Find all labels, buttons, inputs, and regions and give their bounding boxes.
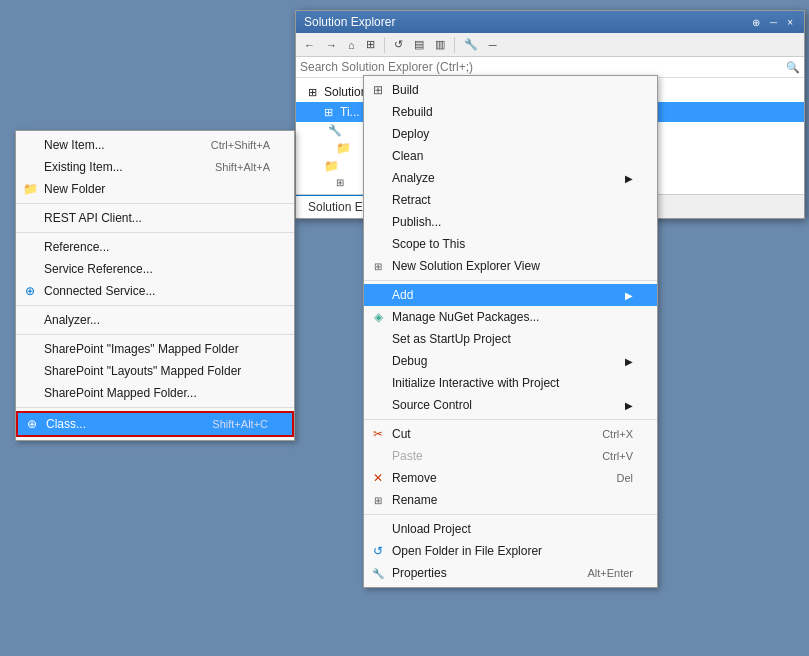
expand-button[interactable]: ⊞ <box>362 36 379 53</box>
menu-rest-api[interactable]: REST API Client... <box>16 207 294 229</box>
add-submenu: New Item... Ctrl+Shift+A Existing Item..… <box>15 130 295 441</box>
open-folder-icon: ↺ <box>370 543 386 559</box>
sharepoint-mapped-label: SharePoint Mapped Folder... <box>44 386 197 400</box>
unload-label: Unload Project <box>392 522 471 536</box>
nuget-icon: ◈ <box>370 309 386 325</box>
solution-icon: ⊞ <box>304 84 320 100</box>
menu-publish[interactable]: Publish... <box>364 211 657 233</box>
view2-button[interactable]: ▥ <box>431 36 449 53</box>
separator-after-rename <box>364 514 657 515</box>
separator2 <box>454 37 455 53</box>
folder-icon-1: 📁 <box>336 141 351 155</box>
project-icon: ⊞ <box>320 104 336 120</box>
class-shortcut: Shift+Alt+C <box>212 418 268 430</box>
view1-button[interactable]: ▤ <box>410 36 428 53</box>
home-button[interactable]: ⌂ <box>344 37 359 53</box>
menu-open-folder[interactable]: ↺ Open Folder in File Explorer <box>364 540 657 562</box>
rename-icon: ⊞ <box>370 492 386 508</box>
build-label: Build <box>392 83 419 97</box>
paste-shortcut: Ctrl+V <box>602 450 633 462</box>
separator-after-source <box>364 419 657 420</box>
pin-button[interactable]: ⊕ <box>749 16 763 29</box>
sep5 <box>16 407 294 408</box>
new-item-shortcut: Ctrl+Shift+A <box>211 139 270 151</box>
remove-label: Remove <box>392 471 437 485</box>
menu-connected-service[interactable]: ⊕ Connected Service... <box>16 280 294 302</box>
analyze-label: Analyze <box>392 171 435 185</box>
menu-source-control[interactable]: Source Control ▶ <box>364 394 657 416</box>
menu-retract[interactable]: Retract <box>364 189 657 211</box>
remove-shortcut: Del <box>616 472 633 484</box>
menu-cut[interactable]: ✂ Cut Ctrl+X <box>364 423 657 445</box>
connected-icon: ⊕ <box>22 283 38 299</box>
menu-analyzer[interactable]: Analyzer... <box>16 309 294 331</box>
sharepoint-images-label: SharePoint "Images" Mapped Folder <box>44 342 239 356</box>
solution-explorer-toolbar: ← → ⌂ ⊞ ↺ ▤ ▥ 🔧 ─ <box>296 33 804 57</box>
open-folder-label: Open Folder in File Explorer <box>392 544 542 558</box>
rest-api-label: REST API Client... <box>44 211 142 225</box>
search-input[interactable] <box>300 60 786 74</box>
folder-icon-2: 📁 <box>324 159 339 173</box>
class-label: Class... <box>46 417 86 431</box>
menu-debug[interactable]: Debug ▶ <box>364 350 657 372</box>
folder-icon: 📁 <box>22 181 38 197</box>
menu-unload[interactable]: Unload Project <box>364 518 657 540</box>
menu-service-reference[interactable]: Service Reference... <box>16 258 294 280</box>
menu-analyze[interactable]: Analyze ▶ <box>364 167 657 189</box>
panel-title: Solution Explorer <box>304 15 395 29</box>
class-icon: ⊕ <box>24 416 40 432</box>
menu-paste[interactable]: Paste Ctrl+V <box>364 445 657 467</box>
wrench-icon: 🔧 <box>328 124 342 137</box>
back-button[interactable]: ← <box>300 37 319 53</box>
menu-initialize[interactable]: Initialize Interactive with Project <box>364 372 657 394</box>
menu-rebuild[interactable]: Rebuild <box>364 101 657 123</box>
sep1 <box>16 203 294 204</box>
new-solution-view-label: New Solution Explorer View <box>392 259 540 273</box>
menu-new-solution-view[interactable]: ⊞ New Solution Explorer View <box>364 255 657 277</box>
retract-label: Retract <box>392 193 431 207</box>
add-arrow: ▶ <box>625 290 633 301</box>
menu-nuget[interactable]: ◈ Manage NuGet Packages... <box>364 306 657 328</box>
menu-class[interactable]: ⊕ Class... Shift+Alt+C <box>16 411 294 437</box>
menu-sharepoint-layouts[interactable]: SharePoint "Layouts" Mapped Folder <box>16 360 294 382</box>
existing-item-shortcut: Shift+Alt+A <box>215 161 270 173</box>
service-reference-label: Service Reference... <box>44 262 153 276</box>
cut-label: Cut <box>392 427 411 441</box>
menu-sharepoint-mapped[interactable]: SharePoint Mapped Folder... <box>16 382 294 404</box>
minimize-button[interactable]: ─ <box>485 37 501 53</box>
rename-label: Rename <box>392 493 437 507</box>
properties-icon: 🔧 <box>370 565 386 581</box>
menu-new-item[interactable]: New Item... Ctrl+Shift+A <box>16 134 294 156</box>
menu-startup[interactable]: Set as StartUp Project <box>364 328 657 350</box>
new-view-icon: ⊞ <box>370 258 386 274</box>
menu-deploy[interactable]: Deploy <box>364 123 657 145</box>
menu-add[interactable]: Add ▶ <box>364 284 657 306</box>
menu-rename[interactable]: ⊞ Rename <box>364 489 657 511</box>
forward-button[interactable]: → <box>322 37 341 53</box>
close-button[interactable]: × <box>784 16 796 29</box>
settings-button[interactable]: 🔧 <box>460 36 482 53</box>
new-item-label: New Item... <box>44 138 105 152</box>
refresh-button[interactable]: ↺ <box>390 36 407 53</box>
auto-hide-button[interactable]: ─ <box>767 16 780 29</box>
existing-item-label: Existing Item... <box>44 160 123 174</box>
publish-label: Publish... <box>392 215 441 229</box>
menu-reference[interactable]: Reference... <box>16 236 294 258</box>
menu-properties[interactable]: 🔧 Properties Alt+Enter <box>364 562 657 584</box>
search-icon[interactable]: 🔍 <box>786 61 800 74</box>
menu-clean[interactable]: Clean <box>364 145 657 167</box>
sharepoint-layouts-label: SharePoint "Layouts" Mapped Folder <box>44 364 241 378</box>
rebuild-label: Rebuild <box>392 105 433 119</box>
menu-existing-item[interactable]: Existing Item... Shift+Alt+A <box>16 156 294 178</box>
menu-sharepoint-images[interactable]: SharePoint "Images" Mapped Folder <box>16 338 294 360</box>
add-label: Add <box>392 288 413 302</box>
nuget-label: Manage NuGet Packages... <box>392 310 539 324</box>
startup-label: Set as StartUp Project <box>392 332 511 346</box>
debug-label: Debug <box>392 354 427 368</box>
analyze-arrow: ▶ <box>625 173 633 184</box>
menu-remove[interactable]: ✕ Remove Del <box>364 467 657 489</box>
menu-build[interactable]: ⊞ Build <box>364 79 657 101</box>
menu-new-folder[interactable]: 📁 New Folder <box>16 178 294 200</box>
menu-scope[interactable]: Scope to This <box>364 233 657 255</box>
debug-arrow: ▶ <box>625 356 633 367</box>
